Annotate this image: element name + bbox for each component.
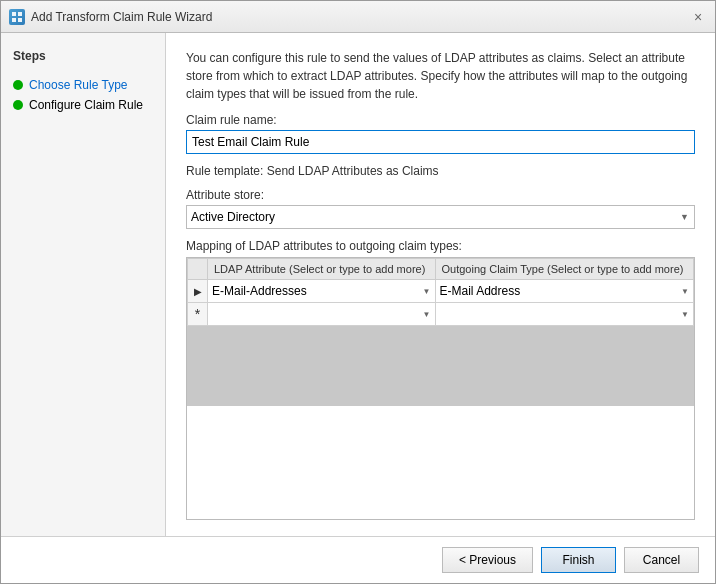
row1-ldap-select[interactable]: E-Mail-Addresses Given-Name Surname Disp… xyxy=(208,280,435,302)
mapping-label: Mapping of LDAP attributes to outgoing c… xyxy=(186,239,695,253)
rule-template-text: Rule template: Send LDAP Attributes as C… xyxy=(186,164,695,178)
row1-ldap-cell: E-Mail-Addresses Given-Name Surname Disp… xyxy=(208,280,436,303)
title-bar-left: Add Transform Claim Rule Wizard xyxy=(9,9,212,25)
mapping-table: LDAP Attribute (Select or type to add mo… xyxy=(187,258,694,326)
mapping-table-container: LDAP Attribute (Select or type to add mo… xyxy=(186,257,695,520)
col-ldap-header: LDAP Attribute (Select or type to add mo… xyxy=(208,259,436,280)
row2-indicator: * xyxy=(188,303,208,326)
sidebar: Steps Choose Rule Type Configure Claim R… xyxy=(1,33,166,536)
attribute-store-label: Attribute store: xyxy=(186,188,695,202)
sidebar-item-configure-claim-rule: Configure Claim Rule xyxy=(13,95,153,115)
svg-rect-0 xyxy=(12,12,16,16)
table-row-empty: * E-Mail-Addresses xyxy=(188,303,694,326)
finish-button[interactable]: Finish xyxy=(541,547,616,573)
row1-claim-select[interactable]: E-Mail Address Name Given Name xyxy=(436,280,694,302)
table-header-row: LDAP Attribute (Select or type to add mo… xyxy=(188,259,694,280)
table-empty-area xyxy=(187,326,694,406)
mapping-section: Mapping of LDAP attributes to outgoing c… xyxy=(186,239,695,520)
attribute-store-section: Attribute store: Active Directory Custom… xyxy=(186,188,695,229)
row1-claim-wrapper: E-Mail Address Name Given Name xyxy=(436,280,694,302)
row2-claim-select[interactable]: E-Mail Address xyxy=(436,303,694,325)
claim-rule-name-input[interactable] xyxy=(186,130,695,154)
claim-rule-name-section: Claim rule name: xyxy=(186,113,695,154)
attribute-store-wrapper: Active Directory Custom Store xyxy=(186,205,695,229)
sidebar-title: Steps xyxy=(13,49,153,63)
content-area: Steps Choose Rule Type Configure Claim R… xyxy=(1,33,715,536)
close-button[interactable]: × xyxy=(689,8,707,26)
svg-rect-1 xyxy=(18,12,22,16)
choose-rule-type-link[interactable]: Choose Rule Type xyxy=(29,78,128,92)
wizard-icon xyxy=(9,9,25,25)
main-description: You can configure this rule to send the … xyxy=(186,49,695,103)
col-claim-header: Outgoing Claim Type (Select or type to a… xyxy=(435,259,694,280)
row1-ldap-wrapper: E-Mail-Addresses Given-Name Surname Disp… xyxy=(208,280,435,302)
svg-rect-2 xyxy=(12,18,16,22)
cancel-button[interactable]: Cancel xyxy=(624,547,699,573)
row2-claim-wrapper: E-Mail Address xyxy=(436,303,694,325)
attribute-store-select[interactable]: Active Directory Custom Store xyxy=(186,205,695,229)
row2-ldap-select[interactable]: E-Mail-Addresses xyxy=(208,303,435,325)
title-bar: Add Transform Claim Rule Wizard × xyxy=(1,1,715,33)
table-row: ▶ E-Mail-Addresses Given-Name Surname Di… xyxy=(188,280,694,303)
row2-ldap-cell: E-Mail-Addresses xyxy=(208,303,436,326)
rule-template-section: Rule template: Send LDAP Attributes as C… xyxy=(186,164,695,178)
sidebar-item-choose-rule-type[interactable]: Choose Rule Type xyxy=(13,75,153,95)
row2-ldap-wrapper: E-Mail-Addresses xyxy=(208,303,435,325)
claim-rule-name-label: Claim rule name: xyxy=(186,113,695,127)
row1-claim-cell: E-Mail Address Name Given Name xyxy=(435,280,694,303)
window-title: Add Transform Claim Rule Wizard xyxy=(31,10,212,24)
row1-indicator: ▶ xyxy=(188,280,208,303)
main-panel: You can configure this rule to send the … xyxy=(166,33,715,536)
step-dot-complete xyxy=(13,80,23,90)
col-indicator-header xyxy=(188,259,208,280)
svg-rect-3 xyxy=(18,18,22,22)
configure-claim-rule-label: Configure Claim Rule xyxy=(29,98,143,112)
wizard-window: Add Transform Claim Rule Wizard × Steps … xyxy=(0,0,716,584)
row2-claim-cell: E-Mail Address xyxy=(435,303,694,326)
footer: < Previous Finish Cancel xyxy=(1,536,715,583)
step-dot-active xyxy=(13,100,23,110)
previous-button[interactable]: < Previous xyxy=(442,547,533,573)
